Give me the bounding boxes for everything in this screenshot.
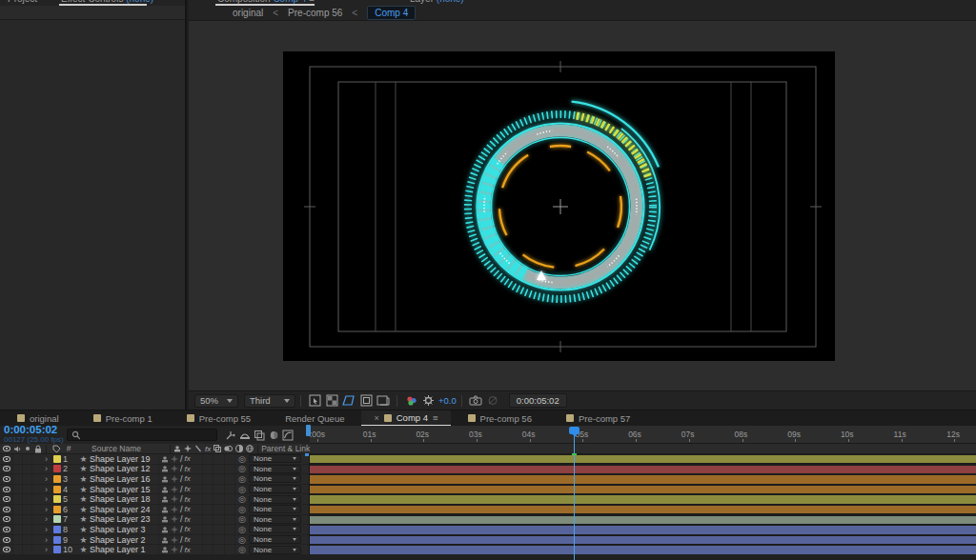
mini-flowchart-icon[interactable] xyxy=(224,429,236,441)
solo-cell[interactable] xyxy=(22,465,31,474)
eye-icon[interactable] xyxy=(0,446,12,451)
shy-layers-icon[interactable] xyxy=(238,429,251,441)
collapse-icon[interactable] xyxy=(171,546,178,553)
audio-cell[interactable] xyxy=(12,535,22,545)
layer-switches[interactable]: / fx xyxy=(158,485,202,494)
parent-link-cell[interactable]: None xyxy=(249,495,309,504)
fx-icon[interactable]: fx xyxy=(185,474,191,483)
navigator-start-handle[interactable] xyxy=(306,425,311,436)
eye-icon[interactable] xyxy=(0,547,12,552)
exposure-gear-icon[interactable] xyxy=(421,393,436,408)
playhead-handle[interactable] xyxy=(569,427,580,434)
layer-row[interactable]: › 8 ★ Shape Layer 3 / fx ◎ None xyxy=(0,525,309,535)
label-color-chip[interactable] xyxy=(51,546,63,553)
audio-cell[interactable] xyxy=(12,485,22,494)
quality-icon[interactable]: / xyxy=(180,494,183,504)
layer-switches[interactable]: / fx xyxy=(158,525,202,534)
layer-row[interactable]: › 6 ★ Shape Layer 24 / fx ◎ None xyxy=(0,505,309,515)
pick-whip-icon[interactable]: ◎ xyxy=(234,505,249,514)
twirl-icon[interactable]: › xyxy=(41,525,51,534)
pick-whip-icon[interactable]: ◎ xyxy=(234,494,249,504)
lock-cell[interactable] xyxy=(31,545,41,554)
fx-icon[interactable]: fx xyxy=(185,485,191,493)
twirl-icon[interactable]: › xyxy=(41,494,51,504)
breadcrumb-item-original[interactable]: original xyxy=(233,8,263,18)
pick-whip-icon[interactable]: ◎ xyxy=(234,515,249,525)
solo-cell[interactable] xyxy=(22,454,31,464)
transparency-grid-icon[interactable] xyxy=(325,393,339,408)
quality-icon[interactable] xyxy=(194,445,202,452)
layer-duration-bar[interactable] xyxy=(310,536,976,544)
layer-duration-bar[interactable] xyxy=(310,526,976,533)
channels-icon[interactable] xyxy=(404,393,418,408)
current-time-display[interactable]: 0:00:05:0200127 (25.00 fps) xyxy=(4,425,61,445)
layer-switches[interactable]: / fx xyxy=(158,494,202,504)
pick-whip-icon[interactable]: ◎ xyxy=(234,454,249,464)
layer-name[interactable]: Shape Layer 12 xyxy=(90,464,158,473)
adjustment-layer-icon[interactable] xyxy=(235,445,243,452)
quality-icon[interactable]: / xyxy=(180,454,183,464)
twirl-icon[interactable]: › xyxy=(41,535,51,545)
parent-select[interactable]: None xyxy=(249,505,301,513)
shy-icon[interactable] xyxy=(161,536,169,544)
fx-icon[interactable]: fx xyxy=(185,454,191,463)
composition-canvas[interactable] xyxy=(283,51,835,361)
tab-layer[interactable]: Layer (none) xyxy=(410,0,464,4)
always-preview-icon[interactable] xyxy=(308,393,322,408)
parent-select[interactable]: None xyxy=(249,454,301,463)
eye-icon[interactable] xyxy=(0,537,12,543)
quality-icon[interactable]: / xyxy=(180,464,183,473)
parent-link-cell[interactable]: None xyxy=(249,454,309,463)
lock-cell[interactable] xyxy=(31,515,41,525)
collapse-icon[interactable] xyxy=(171,455,178,463)
preview-timecode[interactable]: 0:00:05:02 xyxy=(509,393,567,408)
layer-name[interactable]: Shape Layer 24 xyxy=(90,505,158,514)
layer-duration-bar[interactable] xyxy=(310,546,976,553)
layer-row[interactable]: › 5 ★ Shape Layer 18 / fx ◎ None xyxy=(0,494,309,505)
parent-link-cell[interactable]: None xyxy=(249,535,309,544)
eye-icon[interactable] xyxy=(0,476,12,482)
time-ruler[interactable]: :00s 01s 02s 03s 04s 05s 06s 07s 08s 09s… xyxy=(310,426,976,444)
guide-options-icon[interactable] xyxy=(342,393,356,408)
audio-cell[interactable] xyxy=(12,515,22,525)
layer-duration-bar[interactable] xyxy=(310,475,976,483)
search-input[interactable] xyxy=(80,430,213,440)
collapse-icon[interactable] xyxy=(171,475,178,483)
fx-icon[interactable]: fx xyxy=(185,525,191,533)
layer-duration-bar[interactable] xyxy=(310,486,976,493)
fx-icon[interactable]: fx xyxy=(185,465,191,473)
layer-name[interactable]: Shape Layer 1 xyxy=(90,545,158,554)
layer-row[interactable]: › 3 ★ Shape Layer 16 / fx ◎ None xyxy=(0,474,309,485)
twirl-icon[interactable]: › xyxy=(41,485,51,494)
eye-icon[interactable] xyxy=(0,466,12,471)
parent-select[interactable]: None xyxy=(249,515,301,524)
timeline-tab[interactable]: Pre-comp 56 xyxy=(451,410,549,426)
layer-switches[interactable]: / fx xyxy=(158,535,202,545)
fx-icon[interactable]: fx xyxy=(185,495,191,504)
parent-select[interactable]: None xyxy=(249,495,301,504)
audio-cell[interactable] xyxy=(12,545,22,554)
layer-name[interactable]: Shape Layer 15 xyxy=(90,485,158,494)
timeline-tab[interactable]: Pre-comp 55 xyxy=(170,410,268,426)
audio-cell[interactable] xyxy=(12,474,22,484)
parent-select[interactable]: None xyxy=(249,525,301,533)
label-tag-icon[interactable] xyxy=(50,445,63,453)
solo-cell[interactable] xyxy=(22,545,31,554)
breadcrumb-item-comp4-active[interactable]: Comp 4 xyxy=(367,6,416,20)
view-layout-icon[interactable] xyxy=(376,393,391,408)
twirl-icon[interactable]: › xyxy=(41,545,51,554)
pick-whip-icon[interactable]: ◎ xyxy=(234,465,249,474)
collapse-icon[interactable] xyxy=(171,515,178,523)
layer-row[interactable]: › 2 ★ Shape Layer 12 / fx ◎ None xyxy=(0,465,309,475)
audio-cell[interactable] xyxy=(12,454,22,464)
lock-cell[interactable] xyxy=(31,505,41,514)
collapse-icon[interactable] xyxy=(171,506,178,513)
quality-icon[interactable]: / xyxy=(180,525,183,534)
fx-icon[interactable]: fx xyxy=(185,515,191,524)
shy-icon[interactable] xyxy=(173,445,181,452)
frame-blend-icon[interactable] xyxy=(214,445,221,452)
layer-name[interactable]: Shape Layer 16 xyxy=(90,474,158,484)
lock-cell[interactable] xyxy=(31,474,41,484)
label-color-chip[interactable] xyxy=(51,455,63,463)
shy-icon[interactable] xyxy=(161,495,169,503)
